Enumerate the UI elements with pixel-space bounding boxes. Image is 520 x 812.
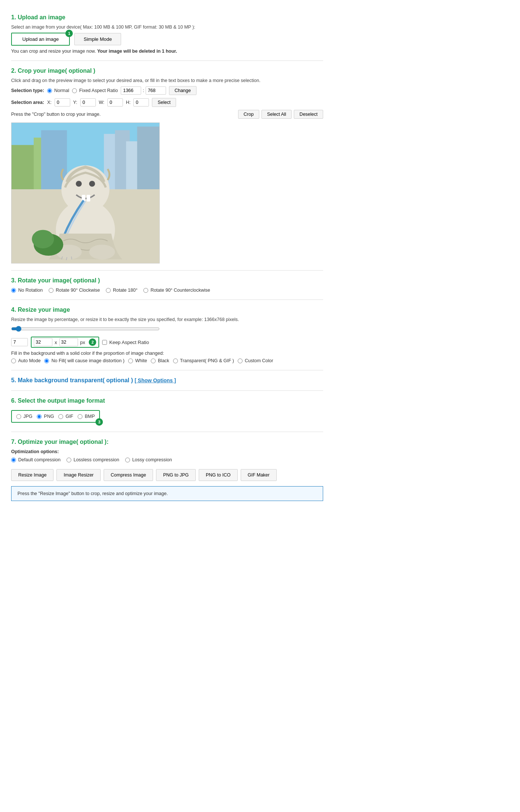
resize-heading: 4. Resize your image: [11, 307, 323, 313]
keep-aspect-checkbox[interactable]: [102, 340, 107, 345]
upload-info-bold: Your image will be deleted in 1 hour.: [97, 49, 177, 54]
format-heading: 6. Select the output image format: [11, 397, 323, 404]
format-options-border: JPG PNG GIF BMP 3: [11, 410, 100, 423]
select-all-button[interactable]: Select All: [261, 110, 292, 119]
resize-width-input[interactable]: [34, 338, 52, 346]
resize-image-button[interactable]: Resize Image: [11, 469, 53, 481]
default-compression-radio[interactable]: [11, 458, 16, 462]
rotate-90cw-radio[interactable]: [49, 288, 53, 293]
normal-radio-group: Normal: [47, 88, 69, 93]
png-to-jpg-button[interactable]: PNG to JPG: [156, 469, 196, 481]
no-rotation-radio[interactable]: [11, 288, 16, 293]
bmp-format-group: BMP: [78, 414, 95, 419]
png-format-group: PNG: [37, 414, 54, 419]
upload-btn-label: Upload an image: [22, 36, 59, 42]
aspect-height-input[interactable]: [146, 86, 166, 95]
svg-rect-4: [137, 127, 159, 189]
white-fill-label: White: [135, 358, 147, 363]
jpg-format-radio[interactable]: [16, 414, 21, 419]
default-compression-label: Default compression: [18, 457, 61, 462]
change-button[interactable]: Change: [169, 86, 196, 95]
bmp-label: BMP: [85, 414, 95, 419]
image-resizer-button[interactable]: Image Resizer: [56, 469, 101, 481]
black-fill-radio[interactable]: [151, 358, 156, 363]
bmp-format-radio[interactable]: [78, 414, 82, 419]
resize-dimensions-box: x px 2: [31, 337, 99, 348]
png-to-ico-button[interactable]: PNG to ICO: [199, 469, 238, 481]
svg-point-21: [32, 230, 54, 248]
crop-button[interactable]: Crop: [238, 110, 259, 119]
section-crop: 2. Crop your image( optional ) Click and…: [11, 68, 323, 263]
lossless-compression-group: Lossless compression: [66, 457, 119, 462]
y-label: Y:: [73, 100, 77, 105]
transparent-fill-radio[interactable]: [173, 358, 178, 363]
section-upload: 1. Upload an image Select an image from …: [11, 14, 323, 54]
normal-label: Normal: [54, 88, 69, 93]
merlion-svg: [12, 123, 159, 263]
resize-height-input[interactable]: [59, 338, 78, 346]
deselect-button[interactable]: Deselect: [294, 110, 323, 119]
rotate-180-radio[interactable]: [106, 288, 111, 293]
no-rotation-group: No Rotation: [11, 288, 43, 293]
rotate-90ccw-label: Rotate 90° Counterclockwise: [150, 288, 210, 293]
rotate-90ccw-group: Rotate 90° Counterclockwise: [143, 288, 210, 293]
keep-aspect-group: Keep Aspect Ratio: [102, 340, 149, 345]
white-fill-radio[interactable]: [128, 358, 133, 363]
lossless-compression-radio[interactable]: [66, 458, 71, 462]
y-input[interactable]: [80, 98, 96, 107]
x-input[interactable]: [55, 98, 70, 107]
svg-point-12: [89, 181, 95, 187]
selection-area-label: Selection area:: [11, 100, 44, 105]
svg-rect-7: [41, 130, 67, 189]
aspect-inputs: :: [121, 86, 166, 95]
normal-radio[interactable]: [47, 88, 52, 93]
gif-maker-button[interactable]: GIF Maker: [241, 469, 277, 481]
show-options-link[interactable]: [ Show Options ]: [135, 377, 176, 383]
gif-format-radio[interactable]: [58, 414, 63, 419]
w-input[interactable]: [107, 98, 123, 107]
selection-type-row: Selection type: Normal Fixed Aspect Rati…: [11, 86, 323, 95]
svg-point-11: [76, 181, 82, 187]
svg-rect-14: [87, 195, 90, 202]
rotate-180-label: Rotate 180°: [113, 288, 137, 293]
png-format-radio[interactable]: [37, 414, 42, 419]
no-fill-group: No Fill( will cause image distortion ): [44, 358, 124, 363]
no-fill-radio[interactable]: [44, 358, 49, 363]
gif-label: GIF: [65, 414, 73, 419]
aspect-width-input[interactable]: [121, 86, 141, 95]
fixed-aspect-radio[interactable]: [72, 88, 77, 93]
rotate-90ccw-radio[interactable]: [143, 288, 148, 293]
rotate-180-group: Rotate 180°: [106, 288, 137, 293]
optimize-options-row: Default compression Lossless compression…: [11, 457, 323, 462]
select-button[interactable]: Select: [152, 98, 176, 107]
upload-info-text: You can crop and resize your image now.: [11, 49, 96, 54]
selection-type-label: Selection type:: [11, 88, 44, 93]
rotate-90cw-label: Rotate 90° Clockwise: [56, 288, 100, 293]
press-crop-info: Press the "Crop" button to crop your ima…: [11, 112, 101, 117]
upload-image-button[interactable]: Upload an image 1: [11, 33, 70, 46]
section-resize: 4. Resize your image Resize the image by…: [11, 307, 323, 363]
crop-desc: Click and drag on the preview image to s…: [11, 78, 323, 83]
result-text: Press the "Resize Image" button to crop,…: [17, 491, 168, 496]
jpg-format-group: JPG: [16, 414, 32, 419]
auto-mode-radio[interactable]: [11, 358, 16, 363]
compress-image-button[interactable]: Compress Image: [104, 469, 153, 481]
lossy-compression-radio[interactable]: [125, 458, 130, 462]
lossy-compression-label: Lossy compression: [132, 457, 172, 462]
resize-pct-input[interactable]: [11, 338, 28, 346]
upload-heading: 1. Upload an image: [11, 14, 323, 21]
upload-desc: Select an image from your device( Max: 1…: [11, 24, 323, 30]
svg-point-16: [89, 245, 115, 259]
h-input[interactable]: [133, 98, 149, 107]
custom-fill-label: Custom Color: [245, 358, 273, 363]
custom-fill-group: Custom Color: [238, 358, 273, 363]
resize-slider[interactable]: [11, 326, 160, 332]
simple-mode-button[interactable]: Simple Mode: [74, 33, 121, 45]
format-options-row: JPG PNG GIF BMP: [16, 414, 95, 419]
result-box: Press the "Resize Image" button to crop,…: [11, 486, 323, 501]
rotate-90cw-group: Rotate 90° Clockwise: [49, 288, 100, 293]
px-label: px: [80, 340, 85, 345]
lossless-compression-label: Lossless compression: [74, 457, 119, 462]
custom-fill-radio[interactable]: [238, 358, 243, 363]
default-compression-group: Default compression: [11, 457, 61, 462]
